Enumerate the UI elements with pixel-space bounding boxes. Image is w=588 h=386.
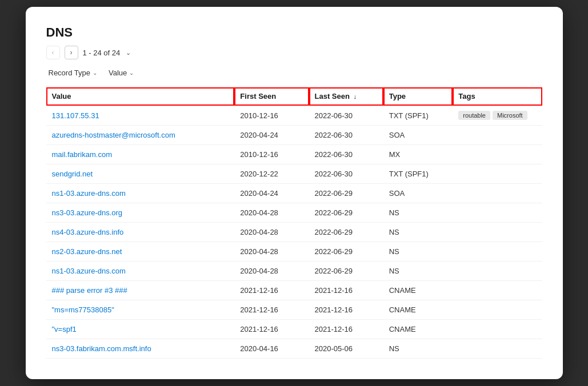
- table-row: ns3-03.fabrikam.com.msft.info2020-04-162…: [46, 339, 542, 359]
- cell-first-seen: 2021-12-16: [234, 281, 309, 300]
- cell-last-seen: 2020-05-06: [309, 339, 383, 359]
- cell-first-seen: 2020-04-16: [234, 339, 309, 359]
- cell-last-seen: 2022-06-29: [309, 262, 383, 281]
- cell-type: MX: [383, 145, 453, 164]
- last-seen-sort-icon: ↓: [354, 93, 357, 100]
- value-link[interactable]: ns4-03.azure-dns.info: [52, 228, 124, 236]
- cell-value: ns1-03.azure-dns.com: [46, 262, 235, 281]
- cell-value: ns3-03.azure-dns.org: [46, 203, 235, 223]
- cell-tags: [453, 223, 542, 242]
- value-link[interactable]: ns1-03.azure-dns.com: [52, 189, 126, 198]
- cell-first-seen: 2020-04-28: [234, 262, 309, 281]
- table-row: mail.fabrikam.com2010-12-162022-06-30MX: [46, 145, 542, 164]
- cell-value: sendgrid.net: [46, 164, 235, 184]
- cell-value: mail.fabrikam.com: [46, 145, 235, 164]
- cell-tags: [453, 339, 542, 359]
- value-link[interactable]: ### parse error #3 ###: [52, 286, 127, 295]
- table-row: azuredns-hostmaster@microsoft.com2020-04…: [46, 126, 542, 145]
- table-row: ### parse error #3 ###2021-12-162021-12-…: [46, 281, 542, 300]
- cell-tags: [453, 145, 542, 164]
- cell-value: ns2-03.azure-dns.net: [46, 242, 235, 262]
- cell-first-seen: 2020-04-28: [234, 203, 309, 223]
- value-link[interactable]: sendgrid.net: [52, 170, 93, 178]
- cell-type: NS: [383, 262, 453, 281]
- cell-value: ### parse error #3 ###: [46, 281, 235, 300]
- cell-type: NS: [383, 339, 453, 359]
- table-row: ns4-03.azure-dns.info2020-04-282022-06-2…: [46, 223, 542, 242]
- value-link[interactable]: ns3-03.fabrikam.com.msft.info: [52, 344, 151, 353]
- col-header-first-seen[interactable]: First Seen: [234, 87, 309, 106]
- tag-badge[interactable]: routable: [458, 111, 490, 120]
- cell-first-seen: 2020-04-24: [234, 126, 309, 145]
- col-header-value[interactable]: Value: [46, 87, 235, 106]
- cell-type: CNAME: [383, 281, 453, 300]
- record-type-caret: ⌄: [93, 70, 97, 76]
- record-type-label: Record Type: [49, 69, 90, 77]
- cell-first-seen: 2020-04-28: [234, 242, 309, 262]
- cell-type: NS: [383, 223, 453, 242]
- filter-row: Record Type ⌄ Value ⌄: [46, 67, 542, 78]
- cell-type: CNAME: [383, 300, 453, 320]
- record-type-filter[interactable]: Record Type ⌄: [46, 67, 99, 78]
- cell-tags: [453, 320, 542, 339]
- cell-last-seen: 2021-12-16: [309, 320, 383, 339]
- table-row: 131.107.55.312010-12-162022-06-30TXT (SP…: [46, 106, 542, 126]
- col-header-type[interactable]: Type: [383, 87, 453, 106]
- cell-last-seen: 2021-12-16: [309, 300, 383, 320]
- table-row: sendgrid.net2020-12-222022-06-30TXT (SPF…: [46, 164, 542, 184]
- prev-button[interactable]: ‹: [46, 46, 60, 59]
- cell-tags: routableMicrosoft: [453, 106, 542, 126]
- cell-last-seen: 2022-06-29: [309, 203, 383, 223]
- tag-badge[interactable]: Microsoft: [493, 111, 527, 120]
- col-header-tags[interactable]: Tags: [453, 87, 542, 106]
- cell-last-seen: 2022-06-30: [309, 126, 383, 145]
- cell-last-seen: 2022-06-30: [309, 106, 383, 126]
- value-link[interactable]: azuredns-hostmaster@microsoft.com: [52, 131, 175, 139]
- cell-type: NS: [383, 203, 453, 223]
- value-link[interactable]: "ms=ms77538085": [52, 305, 114, 314]
- cell-last-seen: 2021-12-16: [309, 281, 383, 300]
- cell-tags: [453, 164, 542, 184]
- table-body: 131.107.55.312010-12-162022-06-30TXT (SP…: [46, 106, 542, 359]
- value-link[interactable]: "v=spf1: [52, 325, 77, 333]
- cell-last-seen: 2022-06-30: [309, 145, 383, 164]
- cell-value: ns4-03.azure-dns.info: [46, 223, 235, 242]
- value-link[interactable]: 131.107.55.31: [52, 111, 99, 120]
- cell-type: TXT (SPF1): [383, 164, 453, 184]
- value-link[interactable]: ns1-03.azure-dns.com: [52, 267, 126, 275]
- cell-first-seen: 2021-12-16: [234, 320, 309, 339]
- cell-first-seen: 2020-04-28: [234, 223, 309, 242]
- cell-value: ns1-03.azure-dns.com: [46, 184, 235, 203]
- main-window: DNS ‹ › 1 - 24 of 24 ⌄ Record Type ⌄ Val…: [26, 7, 563, 379]
- cell-type: NS: [383, 242, 453, 262]
- cell-value: "ms=ms77538085": [46, 300, 235, 320]
- cell-first-seen: 2010-12-16: [234, 106, 309, 126]
- value-link[interactable]: mail.fabrikam.com: [52, 150, 112, 159]
- cell-first-seen: 2010-12-16: [234, 145, 309, 164]
- value-filter[interactable]: Value ⌄: [106, 67, 136, 78]
- cell-value: 131.107.55.31: [46, 106, 235, 126]
- value-link[interactable]: ns2-03.azure-dns.net: [52, 247, 122, 256]
- cell-value: "v=spf1: [46, 320, 235, 339]
- cell-last-seen: 2022-06-30: [309, 164, 383, 184]
- cell-first-seen: 2020-04-24: [234, 184, 309, 203]
- dns-table: Value First Seen Last Seen ↓ Type Tags 1…: [46, 87, 542, 359]
- cell-value: ns3-03.fabrikam.com.msft.info: [46, 339, 235, 359]
- cell-last-seen: 2022-06-29: [309, 184, 383, 203]
- cell-type: SOA: [383, 126, 453, 145]
- value-link[interactable]: ns3-03.azure-dns.org: [52, 208, 123, 217]
- cell-tags: [453, 126, 542, 145]
- cell-value: azuredns-hostmaster@microsoft.com: [46, 126, 235, 145]
- cell-tags: [453, 203, 542, 223]
- pagination-row: ‹ › 1 - 24 of 24 ⌄: [46, 46, 542, 59]
- cell-tags: [453, 300, 542, 320]
- value-filter-label: Value: [109, 69, 127, 77]
- table-row: "v=spf12021-12-162021-12-16CNAME: [46, 320, 542, 339]
- table-header-row: Value First Seen Last Seen ↓ Type Tags: [46, 87, 542, 106]
- col-header-last-seen[interactable]: Last Seen ↓: [309, 87, 383, 106]
- pagination-text: 1 - 24 of 24: [83, 49, 121, 57]
- next-button[interactable]: ›: [65, 46, 78, 59]
- pagination-dropdown-icon[interactable]: ⌄: [126, 49, 131, 57]
- cell-type: TXT (SPF1): [383, 106, 453, 126]
- table-row: ns2-03.azure-dns.net2020-04-282022-06-29…: [46, 242, 542, 262]
